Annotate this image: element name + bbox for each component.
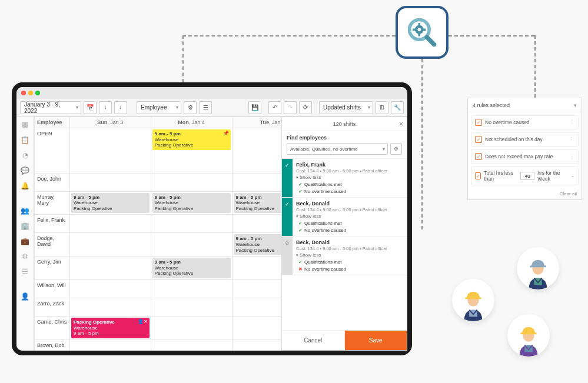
close-dot[interactable] [21,91,26,95]
rule-item[interactable]: ✓Does not exceed max pay rate⋮ [471,149,579,164]
calendar-icon: 📅 [87,104,94,111]
prev-button[interactable]: ‹ [99,101,112,114]
svg-rect-12 [530,265,546,267]
filter-button[interactable]: ☰ [199,101,212,114]
connector-line [182,35,184,82]
row-label: OPEN [35,128,69,146]
next-button[interactable]: › [114,101,127,114]
close-icon[interactable]: × [399,120,403,128]
shift-block[interactable]: 9 am - 5 pmWarehousePacking Operative [152,258,231,278]
row-label: Brown, Bob [35,340,69,351]
svg-rect-5 [423,28,426,31]
chevron-right-icon: › [119,104,121,111]
chevron-left-icon: ‹ [104,104,106,111]
rules-panel: 4 rules selected ✓No overtime caused⋮ ✓N… [467,98,582,200]
clear-all-link[interactable]: Clear all [468,188,582,199]
candidate-row[interactable]: ✓ Felix, Frank Cost: 134.4 • 9:00 am - 5… [282,159,407,198]
nav-chat-icon[interactable]: 💬 [21,166,30,175]
svg-rect-15 [520,332,536,334]
nav-gear-icon[interactable]: ⚙ [21,252,30,261]
nav-department-icon[interactable]: 🏢 [21,221,30,231]
show-less-toggle[interactable]: Show less [296,252,403,258]
shift-block[interactable]: 👤✕Packing OperativeWarehouse9 am - 5 pm [71,318,150,338]
wrench-icon: 🔧 [394,104,401,111]
rule-item[interactable]: ✓No overtime caused⋮ [471,115,579,129]
filter-settings-button[interactable]: ⚙ [390,143,402,155]
cancel-button[interactable]: Cancel [282,331,345,350]
row-label: Carrie, Chris [35,317,69,334]
check-icon: ✔ [298,259,303,265]
zoom-dot[interactable] [35,91,40,95]
minimize-dot[interactable] [28,91,33,95]
checkbox-icon[interactable]: ✓ [475,136,482,143]
disabled-badge: ⊘ [282,237,293,275]
candidate-meta: Cost: 134.4 • 9:00 am - 5:00 pm • Patrol… [296,246,403,251]
hours-input[interactable] [520,172,534,180]
row-label: Felix, Frank [35,215,69,232]
panel-subtitle: Find employees [287,135,402,141]
tools-button[interactable]: 🔧 [391,101,404,114]
user-close-icons[interactable]: 👤✕ [138,319,148,325]
date-range-select[interactable]: January 3 - 9, 2022 [20,101,81,114]
connector-line [449,35,534,36]
gear-icon: ⚙ [188,104,193,111]
svg-line-7 [427,37,434,44]
checkmark-badge: ✓ [282,159,293,197]
rule-item[interactable]: ✓Total hrs less thanhrs for the Week⌄ [471,166,579,185]
undo-icon: ↶ [273,104,277,111]
undo-button[interactable]: ↶ [268,101,281,114]
candidate-meta: Cost: 134.4 • 9:00 am - 5:00 pm • Patrol… [296,168,403,174]
col-day-header: Mon, Jan 4 [151,117,232,128]
save-button[interactable]: Save [345,331,407,350]
candidate-name: Beck, Donald [296,239,403,245]
worker-avatar-icon [517,247,559,289]
checkbox-icon[interactable]: ✓ [475,119,482,126]
mac-titlebar [16,87,407,99]
save-button[interactable]: 💾 [248,101,261,114]
nav-chart-icon[interactable]: ◔ [21,151,30,160]
left-nav: ▦ 📋 ◔ 💬 🔔 👥 🏢 💼 ⚙ ☰ 👤 [16,116,34,351]
shift-block[interactable]: 9 am - 5 pmWarehousePacking Operative [152,193,231,214]
calendar-button[interactable]: 📅 [84,101,97,114]
save-icon: 💾 [251,104,258,111]
clipboard-button[interactable]: 🗓 [376,101,388,114]
candidate-row[interactable]: ✓ Beck, Donald Cost: 134.4 • 9:00 am - 5… [282,198,407,237]
redo-button[interactable]: ↷ [284,101,297,114]
drag-icon[interactable]: ⋮ [569,154,574,159]
shift-block[interactable]: 📌9 am - 5 pmWarehousePacking Operative [152,129,231,150]
settings-button[interactable]: ⚙ [184,101,197,114]
nav-clipboard-icon[interactable]: 📋 [21,135,30,145]
view-select[interactable]: Employee [137,101,181,114]
show-less-toggle[interactable]: Show less [296,214,403,219]
nav-people-icon[interactable]: 👥 [21,206,30,215]
connector-line [534,35,536,98]
check-icon: ✔ [298,228,303,233]
candidate-name: Felix, Frank [296,162,403,168]
row-label: Doe, John [35,174,69,191]
svg-rect-9 [465,297,481,299]
nav-grid-icon[interactable]: ▦ [21,120,30,129]
status-select[interactable]: Updated shifts [319,101,373,114]
nav-list-icon[interactable]: ☰ [21,267,30,277]
find-employees-panel: 120 shifts × Find employees Available, Q… [281,116,407,351]
checkbox-icon[interactable]: ✓ [475,172,481,179]
show-less-toggle[interactable]: Show less [296,175,403,180]
refresh-button[interactable]: ⟳ [299,101,312,114]
drag-icon[interactable]: ⋮ [569,119,574,125]
shift-block[interactable]: 9 am - 5 pmWarehousePacking Operative [71,193,150,214]
nav-user-icon[interactable]: 👤 [21,292,30,301]
checkbox-icon[interactable]: ✓ [475,153,482,160]
candidate-row[interactable]: ⊘ Beck, Donald Cost: 134.4 • 9:00 am - 5… [282,237,407,275]
nav-bell-icon[interactable]: 🔔 [21,181,30,191]
refresh-icon: ⟳ [303,104,308,111]
connector-line [182,35,396,36]
clipboard-icon: 🗓 [379,104,385,111]
svg-rect-3 [418,33,420,36]
drag-icon[interactable]: ⋮ [569,136,574,142]
filter-select[interactable]: Available, Qualified, no overtime [287,143,388,155]
check-icon: ✔ [298,221,303,226]
nav-briefcase-icon[interactable]: 💼 [21,237,30,246]
rule-item[interactable]: ✓Not scheduled on this day⋮ [471,132,579,146]
rules-header[interactable]: 4 rules selected [468,98,582,112]
panel-title: 120 shifts [333,121,356,127]
